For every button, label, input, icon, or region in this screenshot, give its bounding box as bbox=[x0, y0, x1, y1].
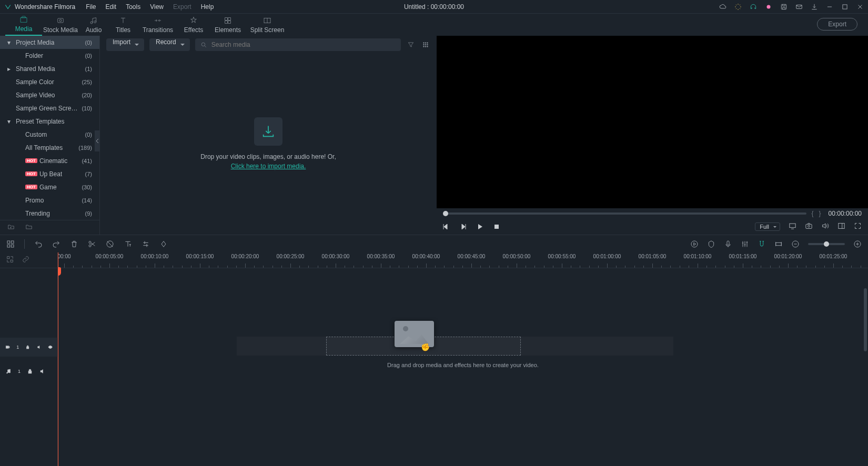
tab-elements[interactable]: Elements bbox=[209, 16, 246, 36]
sidebar-item[interactable]: Trending(9) bbox=[0, 207, 99, 220]
lock-icon[interactable] bbox=[25, 344, 30, 350]
close-icon[interactable] bbox=[856, 3, 864, 11]
cloud-icon[interactable] bbox=[719, 3, 726, 11]
menu-edit[interactable]: Edit bbox=[106, 3, 117, 11]
sidebar-item[interactable]: HOTCinematic(41) bbox=[0, 154, 99, 167]
sidebar-item[interactable]: HOTGame(30) bbox=[0, 180, 99, 194]
sidebar-item[interactable]: Sample Video(20) bbox=[0, 88, 99, 102]
menu-view[interactable]: View bbox=[150, 3, 164, 11]
tips-icon[interactable] bbox=[734, 3, 742, 11]
zoom-out-icon[interactable] bbox=[791, 240, 800, 248]
tab-split-screen[interactable]: Split Screen bbox=[246, 16, 288, 36]
tab-titles[interactable]: Titles bbox=[108, 16, 138, 36]
zoom-slider[interactable] bbox=[808, 243, 845, 245]
search-media-input[interactable] bbox=[211, 41, 396, 48]
tab-audio[interactable]: Audio bbox=[79, 16, 108, 36]
fullscreen-icon[interactable] bbox=[854, 222, 862, 231]
mute-icon[interactable] bbox=[39, 368, 46, 374]
svg-point-17 bbox=[427, 44, 428, 45]
split-icon[interactable] bbox=[88, 240, 96, 248]
track-manage-icon[interactable] bbox=[6, 256, 14, 265]
sidebar-item[interactable]: Custom(0) bbox=[0, 128, 99, 141]
menu-export[interactable]: Export bbox=[173, 3, 191, 11]
save-icon[interactable] bbox=[780, 3, 788, 11]
mail-icon[interactable] bbox=[795, 3, 803, 11]
lock-icon[interactable] bbox=[27, 368, 33, 374]
menu-file[interactable]: File bbox=[86, 3, 96, 11]
layout-icon[interactable] bbox=[837, 222, 845, 231]
voiceover-icon[interactable] bbox=[724, 240, 732, 248]
media-dropzone[interactable]: Drop your video clips, images, or audio … bbox=[100, 54, 437, 235]
menu-help[interactable]: Help bbox=[201, 3, 214, 11]
account-icon[interactable] bbox=[764, 3, 772, 11]
adjust-icon[interactable] bbox=[142, 240, 150, 248]
sidebar-item[interactable]: Sample Color(25) bbox=[0, 75, 99, 88]
sidebar-item[interactable]: ▾Project Media(0) bbox=[0, 36, 99, 49]
mute-icon[interactable] bbox=[37, 344, 42, 350]
keyframe-icon[interactable] bbox=[159, 240, 168, 248]
mark-out-icon[interactable]: } bbox=[819, 210, 821, 217]
crop-icon[interactable] bbox=[106, 240, 114, 248]
next-frame-button[interactable] bbox=[460, 224, 466, 230]
play-button[interactable] bbox=[477, 224, 483, 230]
filter-icon[interactable] bbox=[406, 40, 416, 49]
link-icon[interactable] bbox=[22, 256, 29, 265]
sidebar-item[interactable]: ▸Shared Media(1) bbox=[0, 62, 99, 75]
visibility-icon[interactable] bbox=[48, 344, 53, 350]
import-dropdown[interactable]: Import bbox=[106, 38, 144, 51]
sidebar-item[interactable]: ▾Preset Templates bbox=[0, 115, 99, 128]
sidebar-item[interactable]: All Templates(189) bbox=[0, 141, 99, 154]
sidebar-item[interactable]: HOTUp Beat(7) bbox=[0, 167, 99, 180]
undo-icon[interactable] bbox=[34, 240, 43, 248]
volume-icon[interactable] bbox=[821, 222, 829, 231]
range-icon[interactable] bbox=[774, 240, 783, 248]
prev-frame-button[interactable] bbox=[443, 224, 449, 230]
svg-rect-29 bbox=[11, 245, 14, 247]
tab-stock-media[interactable]: Stock Media bbox=[42, 16, 79, 36]
maximize-icon[interactable] bbox=[841, 3, 849, 11]
text-icon[interactable] bbox=[124, 240, 132, 248]
snap-icon[interactable] bbox=[758, 240, 766, 248]
time-ruler[interactable]: 00:0000:00:05:0000:00:10:0000:00:15:0000… bbox=[58, 252, 868, 268]
timeline-toolbar bbox=[0, 235, 868, 252]
import-link[interactable]: Click here to import media. bbox=[231, 163, 306, 170]
sidebar-item[interactable]: Folder(0) bbox=[0, 49, 99, 62]
mixer-icon[interactable] bbox=[741, 240, 749, 248]
tab-transitions[interactable]: Transitions bbox=[138, 16, 178, 36]
render-icon[interactable] bbox=[690, 240, 699, 248]
sidebar-collapse-handle[interactable] bbox=[95, 130, 100, 151]
marker-icon[interactable] bbox=[707, 240, 715, 248]
headphones-icon[interactable] bbox=[749, 3, 757, 11]
delete-icon[interactable] bbox=[70, 240, 78, 248]
minimize-icon[interactable] bbox=[825, 3, 833, 11]
tab-effects[interactable]: Effects bbox=[178, 16, 209, 36]
new-bin-icon[interactable] bbox=[25, 223, 33, 232]
grid-view-icon[interactable] bbox=[421, 40, 430, 49]
playhead[interactable] bbox=[58, 252, 58, 466]
preview-scrubber[interactable] bbox=[443, 212, 806, 215]
menu-tools[interactable]: Tools bbox=[126, 3, 140, 11]
download-icon[interactable] bbox=[810, 3, 818, 11]
mark-in-icon[interactable]: { bbox=[812, 210, 814, 217]
audio-track-header[interactable]: 1 bbox=[0, 362, 58, 381]
grid-mode-icon[interactable] bbox=[6, 240, 15, 248]
preview-viewport[interactable] bbox=[437, 36, 868, 208]
quality-dropdown[interactable]: Full bbox=[755, 222, 780, 231]
sidebar-item[interactable]: Promo(14) bbox=[0, 194, 99, 207]
svg-point-12 bbox=[423, 43, 425, 44]
display-icon[interactable] bbox=[789, 222, 796, 231]
stop-button[interactable] bbox=[493, 224, 500, 230]
sidebar-item[interactable]: Sample Green Scre…(10) bbox=[0, 102, 99, 115]
tracks-area[interactable]: 00:0000:00:05:0000:00:10:0000:00:15:0000… bbox=[58, 252, 868, 466]
redo-icon[interactable] bbox=[52, 240, 60, 248]
new-folder-icon[interactable] bbox=[7, 223, 15, 232]
snapshot-icon[interactable] bbox=[805, 222, 813, 231]
record-dropdown[interactable]: Record bbox=[149, 38, 190, 51]
zoom-in-icon[interactable] bbox=[853, 240, 862, 248]
svg-point-11 bbox=[201, 43, 205, 46]
svg-rect-6 bbox=[225, 18, 228, 21]
export-button[interactable]: Export bbox=[817, 18, 857, 31]
video-track-header[interactable]: 1 bbox=[0, 338, 58, 357]
tab-media[interactable]: Media bbox=[5, 15, 42, 36]
timeline-vscroll[interactable] bbox=[864, 288, 867, 466]
